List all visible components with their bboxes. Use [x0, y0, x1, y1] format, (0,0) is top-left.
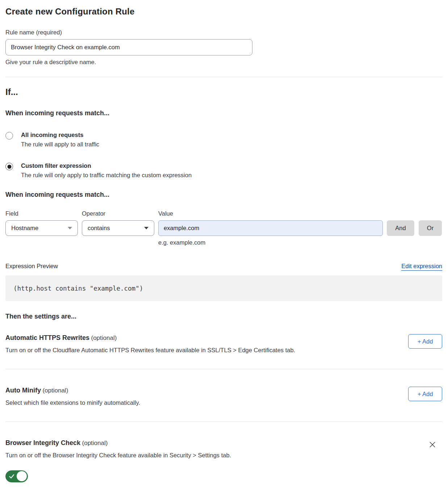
browser-integrity-check-toggle[interactable]	[5, 470, 28, 482]
remove-setting-button[interactable]	[428, 440, 438, 449]
setting-description: Select which file extensions to minify a…	[5, 399, 140, 406]
optional-tag: (optional)	[42, 387, 68, 394]
match-type-heading: When incoming requests match...	[5, 109, 442, 117]
radio-option-custom-filter[interactable]: Custom filter expression The rule will o…	[5, 162, 442, 179]
radio-all-requests-description: The rule will apply to all traffic	[21, 141, 99, 148]
rule-name-label: Rule name (required)	[5, 29, 442, 36]
radio-custom-filter-icon[interactable]	[5, 163, 13, 170]
setting-title: Automatic HTTPS Rewrites	[5, 334, 89, 341]
section-divider	[5, 421, 442, 422]
radio-custom-filter-label: Custom filter expression	[21, 162, 192, 169]
rule-name-input[interactable]	[5, 39, 252, 55]
setting-description: Turn on or off the Cloudflare Automatic …	[5, 347, 295, 354]
close-icon	[428, 441, 436, 449]
add-automatic-https-rewrites-button[interactable]: + Add	[408, 334, 442, 349]
check-icon	[9, 473, 15, 479]
chevron-down-icon	[144, 227, 148, 229]
field-select[interactable]: Hostname	[5, 220, 78, 236]
page-title: Create new Configuration Rule	[5, 7, 442, 17]
section-divider	[5, 369, 442, 369]
setting-browser-integrity-check: Browser Integrity Check (optional) Turn …	[5, 439, 442, 484]
or-button[interactable]: Or	[419, 220, 442, 236]
operator-select[interactable]: contains	[82, 220, 154, 236]
operator-select-value: contains	[88, 225, 110, 232]
expression-preview-label: Expression Preview	[5, 263, 58, 270]
field-column-label: Field	[5, 210, 82, 217]
radio-all-requests-icon[interactable]	[5, 132, 13, 140]
radio-custom-filter-description: The rule will only apply to traffic matc…	[21, 172, 192, 179]
and-button[interactable]: And	[387, 220, 414, 236]
radio-option-all-requests[interactable]: All incoming requests The rule will appl…	[5, 132, 442, 148]
value-column-label: Value	[158, 210, 173, 217]
operator-column-label: Operator	[82, 210, 158, 217]
radio-all-requests-label: All incoming requests	[21, 132, 99, 138]
value-input[interactable]	[158, 220, 383, 236]
value-help-text: e.g. example.com	[158, 239, 442, 246]
edit-expression-link[interactable]: Edit expression	[401, 263, 442, 271]
add-auto-minify-button[interactable]: + Add	[408, 387, 442, 401]
setting-description: Turn on or off the Browser Integrity Che…	[5, 452, 231, 459]
toggle-knob	[17, 471, 27, 481]
setting-title: Browser Integrity Check	[5, 439, 80, 446]
setting-automatic-https-rewrites: Automatic HTTPS Rewrites (optional) Turn…	[5, 334, 442, 354]
optional-tag: (optional)	[91, 334, 117, 341]
setting-title: Auto Minify	[5, 387, 41, 394]
then-settings-heading: Then the settings are...	[5, 313, 442, 320]
if-heading: If...	[5, 87, 442, 97]
expression-code-text: (http.host contains "example.com")	[13, 285, 143, 292]
expression-preview-code: (http.host contains "example.com")	[5, 275, 442, 301]
rule-name-help: Give your rule a descriptive name.	[5, 59, 442, 66]
field-select-value: Hostname	[11, 225, 38, 232]
section-divider	[5, 77, 442, 77]
optional-tag: (optional)	[82, 440, 108, 446]
setting-auto-minify: Auto Minify (optional) Select which file…	[5, 387, 442, 406]
chevron-down-icon	[68, 227, 72, 229]
expression-builder-heading: When incoming requests match...	[5, 191, 442, 199]
